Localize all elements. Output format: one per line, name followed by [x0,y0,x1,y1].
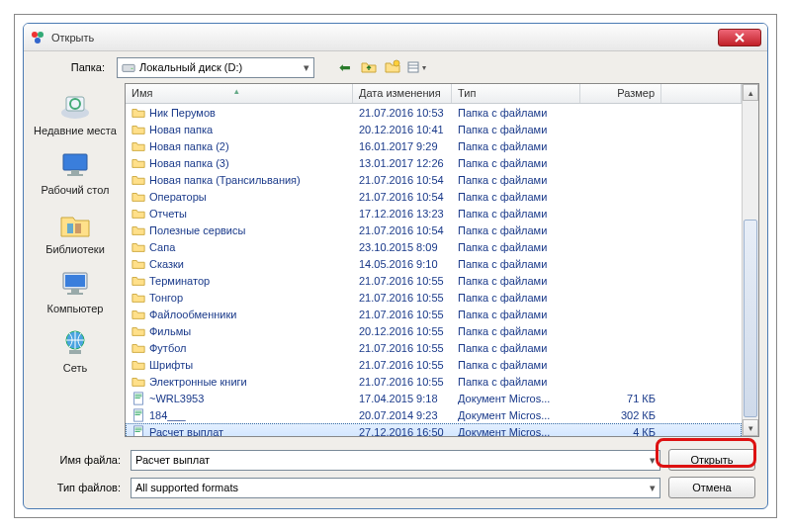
list-item[interactable]: Отчеты17.12.2016 13:23Папка с файлами [126,205,742,222]
svg-rect-4 [132,68,133,69]
column-date[interactable]: Дата изменения [353,84,452,103]
cell-type: Папка с файлами [452,174,580,186]
cell-date: 27.12.2016 16:50 [353,426,452,437]
place-recent[interactable]: Недавние места [34,85,117,142]
vertical-scrollbar[interactable]: ▴ ▾ [742,84,758,436]
cell-date: 21.07.2016 10:55 [353,309,452,320]
svg-point-2 [35,38,41,44]
place-network[interactable]: Сеть [34,322,117,380]
chevron-down-icon: ▾ [650,454,656,467]
filename-input[interactable]: Расчет выплат ▾ [131,450,660,471]
place-computer[interactable]: Компьютер [34,263,117,320]
file-name: Файлообменники [149,309,236,320]
cell-name: Футбол [126,341,353,355]
open-button[interactable]: Открыть [668,449,755,471]
cell-type: Папка с файлами [452,224,580,236]
list-item[interactable]: Операторы21.07.2016 10:54Папка с файлами [126,188,742,205]
close-button[interactable] [718,29,761,46]
list-item[interactable]: Сапа23.10.2015 8:09Папка с файлами [126,238,742,255]
list-item[interactable]: Новая папка (Трансильвания)21.07.2016 10… [126,171,742,188]
file-name: Сапа [149,241,175,253]
folder-icon [132,324,145,338]
file-name: Отчеты [149,208,187,220]
list-item[interactable]: Новая папка (2)16.01.2017 9:29Папка с фа… [126,137,742,154]
cell-type: Документ Micros... [452,426,580,437]
column-size[interactable]: Размер [580,84,661,103]
cell-date: 21.07.2016 10:54 [353,191,452,203]
column-type[interactable]: Тип [452,84,580,103]
view-menu-button[interactable]: ▾ [405,56,427,78]
filetype-dropdown[interactable]: All supported formats ▾ [131,478,660,498]
cell-size: 71 КБ [580,393,661,404]
list-item[interactable]: Терминатор21.07.2016 10:55Папка с файлам… [126,272,742,289]
column-spacer[interactable] [661,84,742,103]
cell-date: 21.07.2016 10:55 [353,342,452,354]
folder-icon [132,257,145,271]
file-name: Тонгор [149,292,183,304]
scroll-up-button[interactable]: ▴ [743,84,758,101]
list-item[interactable]: Полезные сервисы21.07.2016 10:54Папка с … [126,222,742,238]
chevron-down-icon: ▾ [304,61,309,74]
place-label: Сеть [63,362,87,374]
cell-date: 20.12.2016 10:55 [353,325,452,337]
cell-type: Папка с файлами [452,258,580,270]
cell-name: Сказки [126,257,353,271]
scroll-down-button[interactable]: ▾ [743,419,758,436]
folder-icon [132,341,145,355]
cell-date: 13.01.2017 12:26 [353,157,452,169]
list-item[interactable]: Ник Перумов21.07.2016 10:53Папка с файла… [126,104,742,121]
file-name: Терминатор [149,275,210,287]
file-list-panel: Имя Дата изменения Тип Размер Ник Перумо… [125,83,759,437]
folder-icon [132,139,145,153]
svg-rect-26 [135,398,140,399]
list-item[interactable]: Файлообменники21.07.2016 10:55Папка с фа… [126,306,742,322]
cell-type: Папка с файлами [452,208,580,220]
up-one-level-button[interactable] [358,56,380,78]
column-headers: Имя Дата изменения Тип Размер [126,84,742,104]
list-item[interactable]: Расчет выплат27.12.2016 16:50Документ Mi… [126,423,742,436]
folder-label: Папка: [32,61,111,73]
open-dialog: Открыть Папка: Локальный диск (D:) ▾ ⬅ ▾ [23,23,768,509]
cell-name: Новая папка (Трансильвания) [126,173,353,187]
folder-dropdown[interactable]: Локальный диск (D:) ▾ [117,57,314,78]
list-item[interactable]: Футбол21.07.2016 10:55Папка с файлами [126,339,742,356]
back-button[interactable]: ⬅ [334,56,356,78]
place-desktop[interactable]: Рабочий стол [34,144,117,202]
list-item[interactable]: Новая папка20.12.2016 10:41Папка с файла… [126,121,742,137]
new-folder-button[interactable] [382,56,403,78]
cell-date: 21.07.2016 10:55 [353,275,452,287]
file-name: Новая папка (2) [149,140,229,152]
cell-date: 16.01.2017 9:29 [353,140,452,152]
place-label: Недавние места [34,125,117,136]
list-item[interactable]: 184___20.07.2014 9:23Документ Micros...3… [126,406,742,423]
file-name: Расчет выплат [149,426,223,437]
scroll-track[interactable] [743,101,758,419]
libraries-icon [57,208,93,241]
folder-icon [132,223,145,237]
place-libraries[interactable]: Библиотеки [34,204,117,261]
file-name: Сказки [149,258,184,270]
list-item[interactable]: Тонгор21.07.2016 10:55Папка с файлами [126,289,742,306]
svg-rect-14 [67,174,83,176]
svg-rect-32 [135,427,142,428]
cell-type: Папка с файлами [452,191,580,203]
cancel-button[interactable]: Отмена [668,477,755,498]
list-item[interactable]: Сказки14.05.2016 9:10Папка с файлами [126,255,742,272]
list-item[interactable]: Электронные книги21.07.2016 10:55Папка с… [126,373,742,390]
document-icon [132,392,145,405]
file-rows: Ник Перумов21.07.2016 10:53Папка с файла… [126,104,742,436]
svg-rect-20 [67,293,83,295]
cell-date: 20.07.2014 9:23 [353,409,452,421]
list-item[interactable]: Новая папка (3)13.01.2017 12:26Папка с ф… [126,154,742,171]
cell-name: Операторы [126,190,353,204]
cell-name: Новая папка (2) [126,139,353,153]
scroll-thumb[interactable] [744,220,757,417]
list-item[interactable]: ~WRL395317.04.2015 9:18Документ Micros..… [126,390,742,406]
list-item[interactable]: Шрифты21.07.2016 10:55Папка с файлами [126,356,742,373]
filetype-row: Тип файлов: All supported formats ▾ Отме… [36,477,755,498]
list-item[interactable]: Фильмы20.12.2016 10:55Папка с файлами [126,322,742,339]
file-name: Электронные книги [149,376,247,388]
column-name[interactable]: Имя [126,84,353,103]
cell-name: Полезные сервисы [126,223,353,237]
cell-name: Сапа [126,240,353,254]
